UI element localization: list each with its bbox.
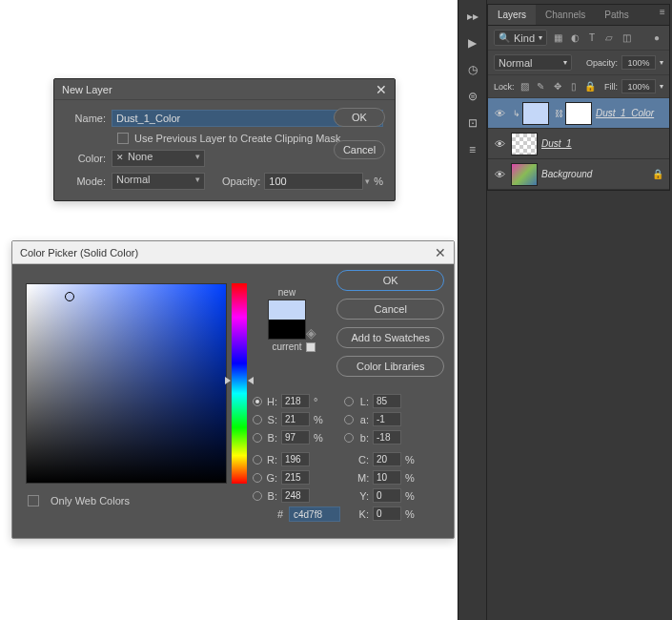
close-icon[interactable]: ✕ xyxy=(376,79,387,100)
lock-label: Lock: xyxy=(494,82,515,92)
s-radio[interactable] xyxy=(253,415,262,424)
y-input[interactable] xyxy=(373,488,401,503)
filter-shape-icon[interactable]: ▱ xyxy=(602,31,616,45)
opacity-label: Opacity: xyxy=(222,176,260,187)
mask-thumbnail[interactable] xyxy=(565,102,592,125)
current-color[interactable] xyxy=(269,320,305,339)
l-radio[interactable] xyxy=(344,397,354,406)
lab-b-input[interactable] xyxy=(373,430,401,444)
add-swatches-button[interactable]: Add to Swatches xyxy=(336,327,444,348)
history-icon[interactable]: ◷ xyxy=(462,59,483,80)
visibility-icon[interactable]: 👁 xyxy=(488,138,511,150)
layer-row[interactable]: 👁 Dust_1 xyxy=(488,129,669,159)
opacity-label: Opacity: xyxy=(586,58,618,68)
layer-thumbnail[interactable] xyxy=(511,163,538,186)
bb-radio[interactable] xyxy=(253,491,262,501)
fill-input[interactable] xyxy=(621,79,656,93)
play-icon[interactable]: ▶ xyxy=(462,32,483,53)
r-radio[interactable] xyxy=(253,455,262,465)
l-input[interactable] xyxy=(373,394,401,408)
filter-adjust-icon[interactable]: ◐ xyxy=(568,31,581,45)
close-icon[interactable]: ✕ xyxy=(435,241,446,264)
ok-button[interactable]: OK xyxy=(336,270,444,291)
color-swatch[interactable] xyxy=(268,300,306,340)
panel-tabs: Layers Channels Paths ≡ xyxy=(488,5,669,26)
lock-icon[interactable]: 🔒 xyxy=(652,169,663,179)
lock-all-icon[interactable]: 🔒 xyxy=(584,80,597,93)
b-input[interactable] xyxy=(281,430,310,444)
dialog-titlebar[interactable]: New Layer ✕ xyxy=(54,79,395,100)
link-icon: ⛓ xyxy=(555,109,563,118)
s-input[interactable] xyxy=(281,412,310,426)
layer-name[interactable]: Dust_1_Color xyxy=(596,108,654,118)
dialog-title: Color Picker (Solid Color) xyxy=(20,241,138,264)
panel-menu-icon[interactable]: ≡ xyxy=(656,5,669,18)
tab-paths[interactable]: Paths xyxy=(595,5,639,25)
h-radio[interactable] xyxy=(253,397,262,406)
clip-mask-label: Use Previous Layer to Create Clipping Ma… xyxy=(134,133,340,144)
color-field[interactable] xyxy=(26,283,227,484)
hue-slider[interactable] xyxy=(232,283,247,484)
r-input[interactable] xyxy=(281,452,310,466)
filter-toggle-icon[interactable]: ● xyxy=(650,31,663,45)
filter-type-icon[interactable]: T xyxy=(585,31,599,45)
h-input[interactable] xyxy=(281,394,310,408)
b-radio[interactable] xyxy=(253,433,262,443)
tab-channels[interactable]: Channels xyxy=(536,5,595,25)
color-picker-dialog: Color Picker (Solid Color) ✕ new current… xyxy=(11,240,455,539)
color-label: Color: xyxy=(66,153,112,164)
ok-button[interactable]: OK xyxy=(334,108,385,127)
cube-icon[interactable]: ◈ xyxy=(306,325,316,341)
visibility-icon[interactable]: 👁 xyxy=(488,169,511,180)
color-libraries-button[interactable]: Color Libraries xyxy=(336,356,444,377)
a-radio[interactable] xyxy=(344,415,354,424)
bb-input[interactable] xyxy=(281,488,310,503)
layer-thumbnail[interactable] xyxy=(522,102,549,125)
hex-input[interactable] xyxy=(289,506,340,522)
dialog-titlebar[interactable]: Color Picker (Solid Color) ✕ xyxy=(12,241,454,264)
layer-thumbnail[interactable] xyxy=(511,133,538,155)
layer-name[interactable]: Dust_1 xyxy=(541,138,572,149)
visibility-icon[interactable]: 👁 xyxy=(488,108,511,119)
color-select[interactable]: None xyxy=(112,150,205,167)
a-input[interactable] xyxy=(373,412,401,426)
right-panel-area: ▸▸ ▶ ◷ ⊜ ⊡ ≡ Layers Channels Paths ≡ 🔍Ki… xyxy=(458,0,672,620)
opacity-input[interactable] xyxy=(264,173,363,190)
web-colors-label: Only Web Colors xyxy=(51,495,130,506)
adjust-icon[interactable]: ⊜ xyxy=(462,86,483,107)
cancel-button[interactable]: Cancel xyxy=(336,299,444,320)
web-colors-checkbox[interactable] xyxy=(28,495,39,506)
lock-trans-icon[interactable]: ▨ xyxy=(519,80,531,93)
g-input[interactable] xyxy=(281,470,310,485)
clip-mask-checkbox[interactable] xyxy=(117,133,129,144)
tool-strip: ▸▸ ▶ ◷ ⊜ ⊡ ≡ xyxy=(458,0,487,620)
layer-row[interactable]: 👁 Background 🔒 xyxy=(488,159,669,190)
layer-opacity-input[interactable] xyxy=(621,55,656,70)
blend-mode-select[interactable]: Normal▾ xyxy=(494,54,572,71)
lock-paint-icon[interactable]: ✎ xyxy=(535,80,547,93)
filter-pixel-icon[interactable]: ▦ xyxy=(551,31,564,45)
g-radio[interactable] xyxy=(253,473,262,483)
clip-arrow-icon: ↳ xyxy=(513,109,520,118)
expand-icon[interactable]: ▸▸ xyxy=(462,6,483,27)
color-marker[interactable] xyxy=(65,292,74,301)
m-input[interactable] xyxy=(373,470,401,485)
lock-nest-icon[interactable]: ▯ xyxy=(567,80,580,93)
layer-name[interactable]: Background xyxy=(541,169,592,179)
k-input[interactable] xyxy=(373,506,401,521)
properties-icon[interactable]: ⊡ xyxy=(462,113,483,134)
mode-select[interactable]: Normal xyxy=(112,173,205,190)
c-input[interactable] xyxy=(373,452,401,466)
new-layer-dialog: New Layer ✕ Name: Use Previous Layer to … xyxy=(53,78,396,201)
filter-kind-select[interactable]: 🔍Kind▾ xyxy=(494,30,547,46)
lock-pos-icon[interactable]: ✥ xyxy=(551,80,563,93)
tab-layers[interactable]: Layers xyxy=(488,5,536,25)
swatches-icon[interactable]: ≡ xyxy=(462,139,483,160)
cancel-button[interactable]: Cancel xyxy=(334,140,385,159)
websafe-icon[interactable] xyxy=(306,342,316,352)
hue-arrow-icon xyxy=(225,377,231,384)
layer-list: 👁 ↳ ⛓ Dust_1_Color 👁 Dust_1 👁 Background… xyxy=(488,98,669,190)
filter-smart-icon[interactable]: ◫ xyxy=(620,31,633,45)
layer-row[interactable]: 👁 ↳ ⛓ Dust_1_Color xyxy=(488,98,669,129)
lab-b-radio[interactable] xyxy=(344,433,354,443)
